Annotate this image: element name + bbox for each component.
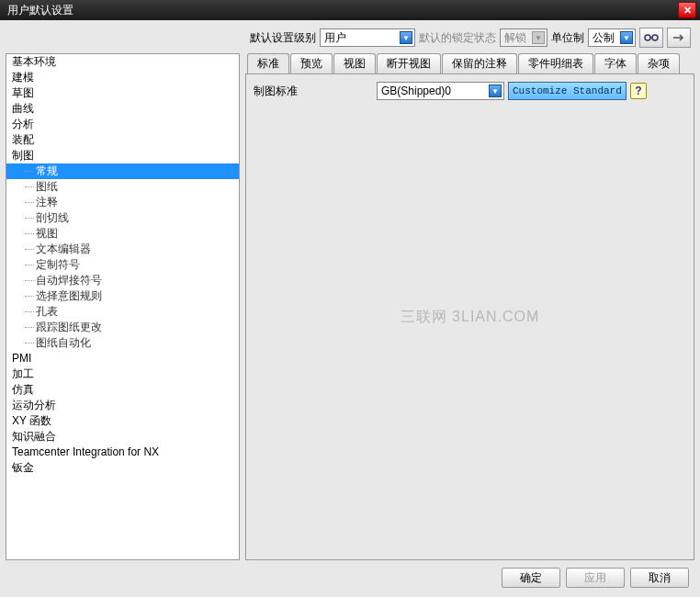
standard-value: GB(Shipped)0: [381, 84, 487, 97]
window-title: 用户默认设置: [4, 3, 73, 18]
level-value: 用户: [324, 30, 398, 46]
main-area: 基本环境建模草图曲线分析装配制图常规图纸注释剖切线视图文本编辑器定制符号自动焊接…: [6, 53, 694, 560]
tree-item[interactable]: 装配: [6, 132, 239, 148]
tree-item[interactable]: 基本环境: [6, 54, 239, 70]
lock-label: 默认的锁定状态: [419, 30, 496, 46]
tab[interactable]: 预览: [290, 53, 333, 73]
tree-child-item[interactable]: 图纸: [6, 179, 239, 195]
cancel-button[interactable]: 取消: [630, 568, 689, 588]
dialog-window: 用户默认设置 ✕ 默认设置级别 用户 ▼ 默认的锁定状态 解锁 ▼ 单位制 公制…: [0, 0, 700, 597]
standard-row: 制图标准 GB(Shipped)0 ▼ Customize Standard ?: [254, 82, 686, 100]
tree-child-item[interactable]: 图纸自动化: [6, 335, 239, 351]
svg-point-0: [645, 35, 650, 40]
standard-label: 制图标准: [254, 84, 373, 99]
view-icon-button[interactable]: [639, 28, 663, 48]
tree-child-item[interactable]: 自动焊接符号: [6, 273, 239, 288]
units-select[interactable]: 公制 ▼: [588, 28, 636, 47]
tree-item[interactable]: 建模: [6, 70, 239, 85]
apply-button[interactable]: 应用: [566, 568, 625, 588]
info-icon-button[interactable]: [667, 28, 691, 48]
tree-child-item[interactable]: 定制符号: [6, 257, 239, 273]
tree-item[interactable]: Teamcenter Integration for NX: [6, 445, 239, 460]
svg-point-1: [652, 35, 658, 40]
close-button[interactable]: ✕: [678, 2, 696, 18]
tab[interactable]: 字体: [594, 53, 637, 73]
footer: 确定 应用 取消: [6, 564, 694, 591]
customize-standard-button[interactable]: Customize Standard: [508, 82, 627, 100]
tree-item[interactable]: 加工: [6, 366, 239, 382]
right-pane: 标准预览视图断开视图保留的注释零件明细表字体杂项 制图标准 GB(Shipped…: [245, 53, 694, 560]
level-label: 默认设置级别: [250, 30, 316, 46]
tab[interactable]: 保留的注释: [442, 53, 517, 73]
chevron-down-icon: ▼: [400, 31, 412, 44]
tree-item[interactable]: PMI: [6, 351, 239, 366]
tree-item[interactable]: 草图: [6, 85, 239, 101]
tree-item[interactable]: 仿真: [6, 382, 239, 398]
chevron-down-icon: ▼: [532, 31, 545, 44]
tab[interactable]: 断开视图: [377, 53, 441, 73]
level-select[interactable]: 用户 ▼: [320, 28, 415, 47]
chevron-down-icon: ▼: [620, 31, 633, 44]
standard-select[interactable]: GB(Shipped)0 ▼: [377, 82, 504, 100]
units-label: 单位制: [551, 30, 584, 46]
tab[interactable]: 视图: [333, 53, 376, 73]
tree-child-item[interactable]: 注释: [6, 195, 239, 210]
tree-child-item[interactable]: 视图: [6, 226, 239, 242]
glasses-icon: [644, 32, 659, 43]
tree-item[interactable]: XY 函数: [6, 413, 239, 429]
tab[interactable]: 杂项: [638, 53, 680, 73]
help-icon[interactable]: ?: [630, 83, 647, 99]
tab[interactable]: 零件明细表: [518, 53, 593, 73]
tree-child-item[interactable]: 文本编辑器: [6, 242, 239, 257]
titlebar: 用户默认设置 ✕: [0, 0, 700, 20]
tree-child-item[interactable]: 选择意图规则: [6, 288, 239, 304]
ok-button[interactable]: 确定: [502, 568, 560, 588]
tree-child-item[interactable]: 剖切线: [6, 210, 239, 226]
tree-item[interactable]: 分析: [6, 117, 239, 132]
tree-child-item[interactable]: 常规: [6, 163, 239, 179]
lock-value: 解锁: [504, 30, 530, 46]
toolbar: 默认设置级别 用户 ▼ 默认的锁定状态 解锁 ▼ 单位制 公制 ▼: [6, 26, 694, 50]
tree-item[interactable]: 制图: [6, 148, 239, 163]
category-tree[interactable]: 基本环境建模草图曲线分析装配制图常规图纸注释剖切线视图文本编辑器定制符号自动焊接…: [6, 53, 240, 560]
tree-child-item[interactable]: 跟踪图纸更改: [6, 320, 239, 335]
tree-item[interactable]: 曲线: [6, 101, 239, 117]
tab-bar: 标准预览视图断开视图保留的注释零件明细表字体杂项: [245, 53, 694, 73]
tab-panel: 制图标准 GB(Shipped)0 ▼ Customize Standard ?…: [245, 73, 694, 560]
tab[interactable]: 标准: [247, 53, 289, 74]
watermark: 三联网 3LIAN.COM: [401, 308, 540, 327]
tree-child-item[interactable]: 孔表: [6, 304, 239, 320]
dialog-body: 默认设置级别 用户 ▼ 默认的锁定状态 解锁 ▼ 单位制 公制 ▼ 基: [0, 20, 700, 597]
units-value: 公制: [593, 30, 618, 46]
arrow-icon: [672, 32, 686, 43]
chevron-down-icon: ▼: [489, 84, 502, 97]
tree-item[interactable]: 知识融合: [6, 429, 239, 445]
tree-item[interactable]: 钣金: [6, 460, 239, 476]
lock-select: 解锁 ▼: [500, 28, 548, 47]
tree-item[interactable]: 运动分析: [6, 398, 239, 413]
